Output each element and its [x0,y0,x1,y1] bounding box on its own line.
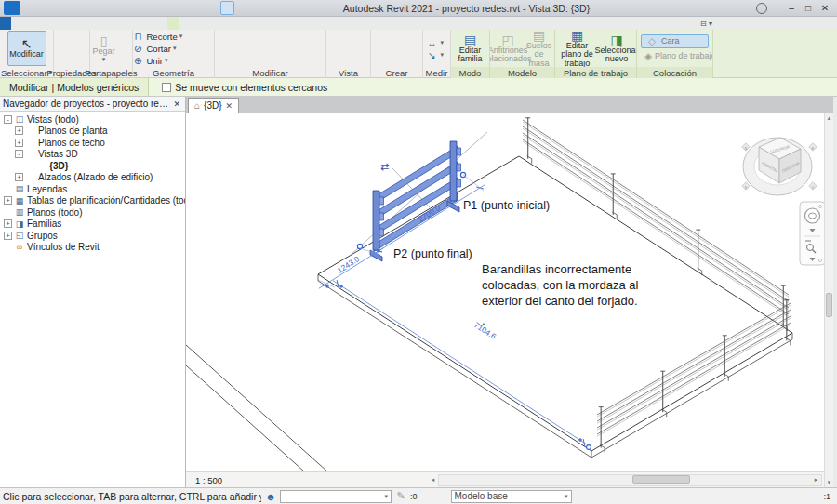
titlebar-icon[interactable] [756,3,767,14]
create-tool-icon[interactable] [397,48,410,60]
qat-icon[interactable] [108,1,122,15]
titlebar-icon[interactable] [693,2,706,15]
qat-icon[interactable] [79,1,86,15]
mass-floors-button[interactable]: ▤ Suelos de masa [525,31,552,66]
qat-icon[interactable] [122,1,136,15]
tree-item[interactable]: ▥ Planos (todo) [0,206,185,219]
modify-tool-icon[interactable] [256,43,269,55]
qat-icon[interactable] [51,1,65,15]
tree-item[interactable]: {3D} [0,160,185,172]
status-control-icon[interactable] [790,490,803,503]
view-control-icon[interactable] [299,473,312,486]
placement-face-option[interactable]: ◇ Cara [641,34,709,48]
modify-tool-icon[interactable] [300,43,313,55]
tree-expander-icon[interactable]: + [4,219,12,228]
view-control-icon[interactable] [396,473,410,486]
view-control-icon[interactable] [340,473,354,486]
geometry-extra-icon[interactable] [204,31,215,43]
titlebar-icon[interactable] [724,2,737,15]
view-tool-icon[interactable] [349,55,362,67]
modify-tool-icon[interactable] [256,55,269,67]
p2-label[interactable]: P2 (punto final) [393,247,472,260]
geometry-tool[interactable]: ⊓Recorte▾ [133,31,190,43]
status-control-icon[interactable] [773,490,786,503]
qat-icon[interactable] [199,1,206,15]
view-control-icon[interactable] [229,473,243,486]
ribbon-tab[interactable] [11,17,22,30]
ribbon-tab[interactable] [156,17,167,30]
design-options-combobox[interactable]: Modelo base▾ [451,490,572,503]
view-control-icon[interactable] [410,473,424,486]
titlebar-icon[interactable] [709,2,722,15]
window-control-button[interactable]: ✕ [817,1,833,15]
moves-with-nearby-checkbox[interactable] [162,83,171,92]
geometry-extra-icon[interactable] [204,43,215,55]
status-control-icon[interactable] [706,490,719,503]
create-tool-icon[interactable] [397,32,410,44]
compass-o-label[interactable]: O [812,186,815,190]
related-hosts-button[interactable]: ◰ Anfitriones relacionados [492,31,524,66]
modify-tool-icon[interactable] [241,55,254,67]
view-control-icon[interactable] [382,473,396,486]
modify-tool-icon[interactable] [286,31,299,43]
qat-icon[interactable] [4,1,20,15]
ribbon-tab[interactable] [123,17,134,30]
note-line-3[interactable]: exterior del canto del forjado. [482,294,638,308]
clipboard-tool-icon[interactable] [116,31,129,43]
ribbon-tab[interactable] [78,17,89,30]
p1-label[interactable]: P1 (punto inicial) [463,199,550,212]
titlebar-icon[interactable] [770,2,783,15]
qat-icon[interactable] [23,1,37,15]
view-tool-icon[interactable] [335,31,348,43]
geometry-tool[interactable]: ⊘Cortar▾ [133,43,190,55]
horizontal-scroll-thumb[interactable] [632,475,690,484]
scroll-right-icon[interactable]: ▸ [811,475,821,485]
status-control-icon[interactable] [739,490,752,503]
close-icon[interactable]: ✕ [171,99,182,109]
geometry-extra-icon[interactable] [192,55,205,67]
tree-expander-icon[interactable]: + [4,232,12,240]
modify-tool-icon[interactable] [256,31,269,43]
flip-railing-icon[interactable]: ⇄ [380,161,389,172]
modify-tool-icon[interactable] [271,55,284,67]
titlebar-icon[interactable] [677,2,690,15]
geometry-tool[interactable]: ⊕Unir▾ [133,55,190,67]
navigation-bar[interactable] [800,202,824,265]
note-line-1[interactable]: Barandillas incorrectamente [482,262,631,276]
ribbon-tab[interactable] [167,17,179,30]
status-control-icon[interactable] [806,490,819,503]
measure-tool[interactable]: ↔▾ [426,36,448,48]
vertical-scrollbar[interactable]: ▴ ▾ [824,113,833,487]
view-control-icon[interactable] [257,473,271,486]
scale-button[interactable]: 1 : 500 [190,475,228,485]
tree-expander-icon[interactable]: + [15,173,23,181]
qat-icon[interactable] [206,1,220,15]
tree-expander-icon[interactable] [4,185,12,193]
panel-label-propiedades[interactable]: Propiedades [54,67,89,78]
tree-expander-icon[interactable]: + [15,126,23,135]
view-control-icon[interactable] [271,473,285,486]
create-tool-icon[interactable] [379,48,392,60]
tree-item[interactable]: + ▦ Tablas de planificación/Cantidades (… [0,195,185,207]
tree-expander-icon[interactable] [26,162,34,170]
qat-icon[interactable] [171,1,185,15]
modify-tool-icon[interactable] [241,43,254,55]
create-tool-icon[interactable] [379,32,392,44]
ribbon-tab[interactable] [134,17,145,30]
tree-item[interactable]: - Vistas 3D [0,149,185,161]
workset-combobox[interactable]: ▾ [280,490,392,503]
modify-tool-icon[interactable] [300,55,313,67]
editing-requests-icon[interactable]: ✎ [394,490,407,503]
tree-item[interactable]: - ◫ Vistas (todo) [0,113,185,126]
ribbon-tab[interactable] [45,17,56,30]
clipboard-tool-icon[interactable] [116,43,129,55]
tree-expander-icon[interactable]: - [15,150,23,158]
qat-icon[interactable] [157,1,171,15]
horizontal-scrollbar[interactable]: ▸ [438,474,822,486]
tree-item[interactable]: + Planos de techo [0,137,185,149]
view-tool-icon[interactable] [349,31,362,43]
measure-tool[interactable]: ↘▾ [426,48,448,60]
modify-tool-icon[interactable] [241,31,254,43]
ribbon-tab[interactable] [56,17,67,30]
dimension-7104[interactable]: 7104.6 [472,320,498,341]
